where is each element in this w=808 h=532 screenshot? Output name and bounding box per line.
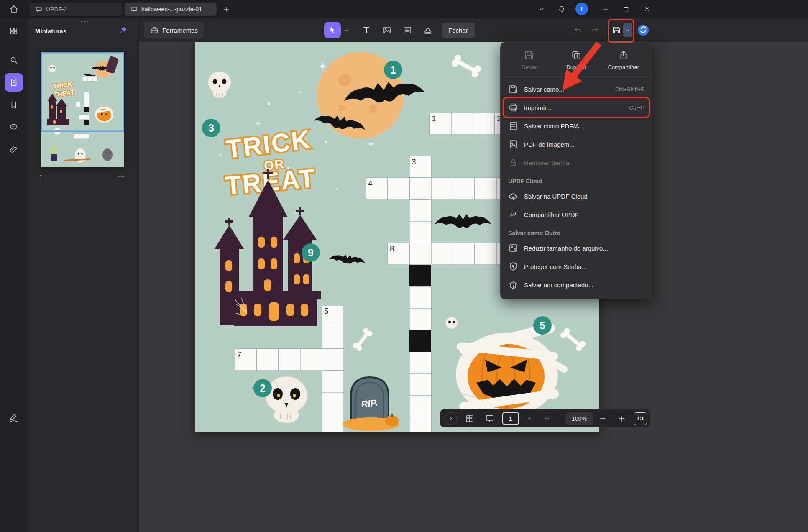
chevron-down-icon — [538, 5, 545, 13]
thumbnail-more-button[interactable] — [117, 174, 125, 179]
menu-item-salvar-pdfa[interactable]: Salvar como PDF/A... — [504, 117, 649, 135]
expand-panel-button[interactable] — [445, 412, 457, 425]
zoom-level-control[interactable]: 100% — [566, 412, 593, 425]
dots-handle-icon — [79, 19, 89, 24]
sidebar-item-signature[interactable] — [5, 409, 23, 427]
pin-panel-button[interactable] — [119, 26, 128, 35]
save-dropdown-menu: Salvar Duplicar Compartilhar Salvar como… — [500, 42, 652, 299]
search-icon — [9, 56, 18, 65]
menu-duplicar-button[interactable]: Duplicar — [554, 50, 598, 70]
document-tab-icon — [130, 5, 138, 13]
menu-item-compartilhar-updf[interactable]: Compartilhar UPDF — [504, 205, 649, 224]
menu-item-imprimir[interactable]: Imprimir... Ctrl+P — [504, 98, 649, 117]
svg-text:8: 8 — [390, 244, 394, 253]
save-button[interactable] — [610, 22, 623, 38]
paperclip-icon — [9, 145, 18, 154]
fechar-button[interactable]: Fechar — [442, 23, 475, 38]
image-icon — [382, 25, 392, 35]
updf-ai-button[interactable] — [637, 22, 649, 38]
bell-icon — [557, 5, 566, 13]
titlebar: UPDF-2 halloween-...-puzzle-01 I — [0, 0, 808, 18]
document-canvas: TRICK OR TREAT — [139, 42, 808, 532]
menu-item-salvar-como[interactable]: Salvar como... Ctrl+Shift+S — [504, 80, 649, 98]
form-card-icon — [402, 25, 412, 35]
sidebar-item-attachments[interactable] — [5, 141, 23, 159]
redo-button[interactable] — [587, 22, 602, 38]
thumbnail-art: TRICK TREAT — [41, 52, 124, 167]
undo-button[interactable] — [570, 22, 586, 38]
redo-icon — [590, 26, 599, 35]
menu-compartilhar-button[interactable]: Compartilhar — [601, 50, 646, 70]
menu-section-updf-cloud: UPDF Cloud — [504, 172, 649, 187]
updf-ai-icon — [637, 24, 649, 36]
image-tool-button[interactable] — [379, 22, 394, 38]
actual-size-button[interactable]: 1:1 — [634, 412, 647, 425]
minus-icon — [598, 414, 607, 423]
menu-quick-actions: Salvar Duplicar Compartilhar — [504, 45, 649, 74]
reading-mode-button[interactable] — [465, 414, 475, 424]
new-tab-button[interactable] — [220, 3, 232, 15]
ferramentas-button[interactable]: Ferramentas — [144, 22, 204, 38]
close-button[interactable] — [641, 3, 653, 15]
maximize-button[interactable] — [620, 3, 632, 15]
form-tool-button[interactable] — [400, 22, 415, 38]
page-thumbnail[interactable]: TRICK TREAT — [41, 52, 124, 167]
link-icon — [508, 210, 518, 220]
svg-text:9: 9 — [308, 247, 314, 258]
tabs-dropdown-button[interactable] — [536, 3, 547, 15]
menu-item-reduzir-tamanho[interactable]: Reduzir tamanho do arquivo... — [504, 239, 649, 257]
tab-updf-2[interactable]: UPDF-2 — [29, 3, 122, 16]
menu-item-salvar-um-compactado[interactable]: Salvar um compactado... — [504, 276, 649, 294]
presentation-mode-button[interactable] — [485, 414, 495, 424]
svg-text:5: 5 — [324, 307, 329, 315]
select-tool-dropdown[interactable] — [342, 22, 350, 38]
lock-icon — [508, 158, 518, 168]
apps-grid-icon — [9, 26, 18, 36]
image-pdf-icon — [508, 139, 518, 149]
svg-text:5: 5 — [540, 320, 545, 331]
save-dropdown-button[interactable] — [623, 23, 632, 37]
sidebar-item-comments[interactable] — [5, 118, 23, 136]
sidebar-item-apps[interactable] — [5, 22, 23, 40]
stamp-icon — [423, 25, 433, 35]
previous-page-button[interactable] — [526, 415, 533, 422]
menu-salvar-label: Salvar — [522, 64, 537, 70]
cursor-icon — [328, 26, 337, 35]
comment-icon — [9, 123, 18, 132]
minimize-button[interactable] — [600, 3, 611, 15]
next-page-button[interactable] — [543, 415, 551, 422]
ink-pen-icon — [9, 413, 19, 423]
page-number-input[interactable]: 1 — [502, 412, 519, 425]
document-tab-icon — [35, 5, 43, 13]
menu-item-proteger-com-senha[interactable]: Proteger com Senha... — [504, 257, 649, 276]
menu-salvar-button[interactable]: Salvar — [507, 50, 551, 70]
tab-label: UPDF-2 — [46, 6, 67, 13]
stamp-tool-button[interactable] — [420, 22, 435, 38]
compress-icon — [508, 243, 518, 253]
plus-icon — [222, 5, 230, 13]
svg-text:RIP.: RIP. — [361, 397, 378, 409]
select-tool-button[interactable] — [324, 22, 341, 38]
view-statusbar: 1 100% 1:1 — [440, 409, 651, 427]
shield-lock-icon — [508, 261, 518, 271]
tab-halloween-puzzle[interactable]: halloween-...-puzzle-01 — [125, 3, 217, 16]
save-as-icon — [508, 84, 518, 94]
zoom-out-button[interactable] — [598, 414, 607, 423]
panel-drag-handle[interactable] — [79, 19, 89, 24]
sidebar-item-bookmarks[interactable] — [5, 96, 23, 114]
save-icon — [524, 50, 534, 61]
menu-section-salvar-como-outro: Salvar como Outro — [504, 224, 649, 239]
menu-item-salvar-na-updf-cloud[interactable]: Salvar na UPDF Cloud — [504, 187, 649, 205]
chevron-down-icon — [543, 415, 551, 422]
account-avatar[interactable]: I — [575, 3, 588, 15]
statusbar-divider — [560, 414, 560, 424]
notifications-button[interactable] — [556, 3, 568, 15]
sidebar-item-thumbnails[interactable] — [5, 73, 23, 92]
bookmark-icon — [9, 100, 18, 110]
fechar-label: Fechar — [448, 27, 468, 34]
text-tool-button[interactable]: T — [359, 22, 374, 38]
sidebar-item-search[interactable] — [5, 51, 23, 69]
menu-item-pdf-de-imagem[interactable]: PDF de imagem... — [504, 135, 649, 153]
zoom-in-button[interactable] — [618, 414, 626, 423]
home-button[interactable] — [5, 2, 23, 16]
